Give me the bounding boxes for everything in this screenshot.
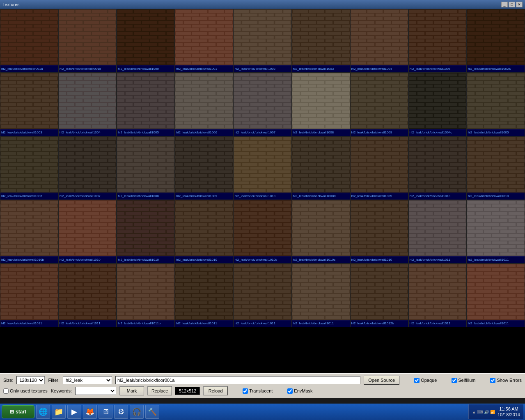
dimensions-display: 512x512 [175, 387, 200, 395]
size-select[interactable]: 128x128 [16, 376, 45, 384]
replace-button[interactable]: Replace [147, 386, 172, 395]
texture-cell-38[interactable]: hl2_leak/brick/brickwall1011b [117, 264, 175, 327]
texture-cell-26[interactable]: hl2_leak/brick/brickwall1010 [467, 136, 525, 200]
texture-cell-34[interactable]: hl2_leak/brick/brickwall1011 [408, 200, 467, 264]
texture-preview-25 [409, 137, 466, 193]
texture-cell-33[interactable]: hl2_leak/brick/brickwall1010 [350, 200, 408, 264]
texture-cell-29[interactable]: hl2_leak/brick/brickwall1010 [117, 200, 175, 264]
texture-cell-42[interactable]: hl2_leak/brick/brickwall1012b [350, 264, 408, 327]
texture-cell-16[interactable]: hl2_leak/brick/brickwall1004c [408, 73, 467, 136]
texture-cell-32[interactable]: hl2_leak/brick/brickwall1010c [292, 200, 350, 264]
texture-cell-19[interactable]: hl2_leak/brick/brickwall1007 [58, 136, 117, 200]
filter-select[interactable]: hl2_leak [63, 376, 112, 384]
texture-preview-18 [0, 137, 58, 193]
texture-cell-43[interactable]: hl2_leak/brick/brickwall1011 [408, 264, 467, 327]
texture-preview-32 [292, 200, 350, 257]
only-used-checkbox[interactable] [3, 388, 9, 394]
texture-label-6: hl2_leak/brick/brickwall1004 [351, 65, 408, 72]
translucent-checkbox[interactable] [243, 388, 248, 394]
texture-cell-13[interactable]: hl2_leak/brick/brickwall1007 [233, 73, 291, 136]
texture-cell-31[interactable]: hl2_leak/brick/brickwall1010b [233, 200, 291, 264]
texture-cell-1[interactable]: hl2_leak/brick/brickfloor001b [58, 9, 117, 73]
texture-cell-7[interactable]: hl2_leak/brick/brickwall1005 [408, 9, 467, 73]
texture-cell-22[interactable]: hl2_leak/brick/brickwall1010 [233, 136, 291, 200]
texture-cell-17[interactable]: hl2_leak/brick/brickwall1005 [467, 73, 525, 136]
show-errors-checkbox[interactable] [490, 378, 495, 383]
texture-label-5: hl2_leak/brick/brickwall1003 [292, 65, 350, 72]
texture-label-37: hl2_leak/brick/brickwall1011 [59, 320, 116, 327]
texture-cell-44[interactable]: hl2_leak/brick/brickwall1011 [467, 264, 525, 327]
texture-preview-39 [175, 264, 233, 321]
texture-preview-31 [234, 200, 291, 257]
texture-preview-17 [467, 73, 525, 130]
texture-cell-24[interactable]: hl2_leak/brick/brickwall1009 [350, 136, 408, 200]
texture-cell-35[interactable]: hl2_leak/brick/brickwall1011 [467, 200, 525, 264]
texture-preview-6 [351, 9, 408, 66]
texture-preview-29 [117, 200, 174, 257]
taskbar-icon-steam[interactable]: ⚙ [114, 405, 128, 419]
texture-grid: hl2_leak/brick/brickfloor001ahl2_leak/br… [0, 9, 525, 373]
texture-cell-20[interactable]: hl2_leak/brick/brickwall1008 [117, 136, 175, 200]
texture-cell-4[interactable]: hl2_leak/brick/brickwall1002 [233, 9, 291, 73]
taskbar-icon-ie[interactable]: 🌐 [36, 405, 50, 419]
texture-cell-23[interactable]: hl2_leak/brick/brickwall1008d [292, 136, 350, 200]
texture-cell-12[interactable]: hl2_leak/brick/brickwall1006 [175, 73, 233, 136]
texture-cell-14[interactable]: hl2_leak/brick/brickwall1008 [292, 73, 350, 136]
texture-label-32: hl2_leak/brick/brickwall1010c [292, 256, 350, 263]
texture-preview-21 [175, 137, 233, 193]
texture-cell-40[interactable]: hl2_leak/brick/brickwall1011 [233, 264, 291, 327]
texture-label-4: hl2_leak/brick/brickwall1002 [234, 65, 291, 72]
mark-button[interactable]: Mark [119, 386, 144, 395]
texture-preview-4 [234, 9, 291, 66]
opaque-checkbox[interactable] [414, 378, 420, 383]
minimize-button[interactable]: _ [501, 2, 508, 7]
texture-cell-6[interactable]: hl2_leak/brick/brickwall1004 [350, 9, 408, 73]
open-source-button[interactable]: Open Source [364, 376, 399, 385]
texture-label-44: hl2_leak/brick/brickwall1011 [467, 320, 525, 327]
texture-preview-0 [0, 9, 58, 66]
only-used-checkbox-group: Only used textures [3, 388, 48, 394]
taskbar-icon-monitor[interactable]: 🖥 [99, 405, 112, 419]
texture-label-24: hl2_leak/brick/brickwall1009 [351, 193, 408, 200]
texture-preview-35 [467, 200, 525, 257]
texture-cell-10[interactable]: hl2_leak/brick/brickwall1004 [58, 73, 117, 136]
selfillum-checkbox[interactable] [452, 378, 457, 383]
taskbar-icon-media[interactable]: ▶ [67, 405, 81, 419]
texture-cell-8[interactable]: hl2_leak/brick/brickwall1002a [467, 9, 525, 73]
texture-cell-39[interactable]: hl2_leak/brick/brickwall1011 [175, 264, 233, 327]
texture-label-41: hl2_leak/brick/brickwall1011 [292, 320, 350, 327]
texture-cell-11[interactable]: hl2_leak/brick/brickwall1005 [117, 73, 175, 136]
texture-cell-5[interactable]: hl2_leak/brick/brickwall1003 [292, 9, 350, 73]
keywords-select[interactable] [75, 387, 116, 395]
texture-cell-30[interactable]: hl2_leak/brick/brickwall1010 [175, 200, 233, 264]
start-button[interactable]: ⊞ start [2, 405, 34, 418]
texture-cell-37[interactable]: hl2_leak/brick/brickwall1011 [58, 264, 117, 327]
texture-cell-9[interactable]: hl2_leak/brick/brickwall1003 [0, 73, 58, 136]
window-title: Textures [2, 2, 20, 7]
texture-cell-0[interactable]: hl2_leak/brick/brickfloor001a [0, 9, 58, 73]
texture-cell-2[interactable]: hl2_leak/brick/brickwall1000 [117, 9, 175, 73]
texture-cell-3[interactable]: hl2_leak/brick/brickwall1001 [175, 9, 233, 73]
texture-cell-28[interactable]: hl2_leak/brick/brickwall1010 [58, 200, 117, 264]
texture-cell-41[interactable]: hl2_leak/brick/brickwall1011 [292, 264, 350, 327]
texture-cell-25[interactable]: hl2_leak/brick/brickwall1010 [408, 136, 467, 200]
texture-label-15: hl2_leak/brick/brickwall1009 [351, 129, 408, 136]
texture-cell-27[interactable]: hl2_leak/brick/brickwall1010b [0, 200, 58, 264]
maximize-button[interactable]: □ [509, 2, 515, 7]
texture-cell-21[interactable]: hl2_leak/brick/brickwall1009 [175, 136, 233, 200]
taskbar-icon-folder[interactable]: 📁 [52, 405, 66, 419]
texture-cell-15[interactable]: hl2_leak/brick/brickwall1009 [350, 73, 408, 136]
texture-preview-14 [292, 73, 350, 130]
texture-label-3: hl2_leak/brick/brickwall1001 [175, 65, 233, 72]
taskbar-icon-hammer[interactable]: 🔨 [145, 405, 159, 419]
taskbar-icon-headphones[interactable]: 🎧 [130, 405, 144, 419]
texture-preview-11 [117, 73, 174, 130]
texture-preview-13 [234, 73, 291, 130]
reload-button[interactable]: Reload [203, 386, 228, 395]
texture-cell-36[interactable]: hl2_leak/brick/brickwall1011 [0, 264, 58, 327]
envmask-checkbox[interactable] [287, 388, 293, 394]
texture-preview-5 [292, 9, 350, 66]
texture-cell-18[interactable]: hl2_leak/brick/brickwall1006 [0, 136, 58, 200]
taskbar-icon-firefox[interactable]: 🦊 [83, 405, 97, 419]
close-button[interactable]: ✕ [516, 2, 523, 7]
